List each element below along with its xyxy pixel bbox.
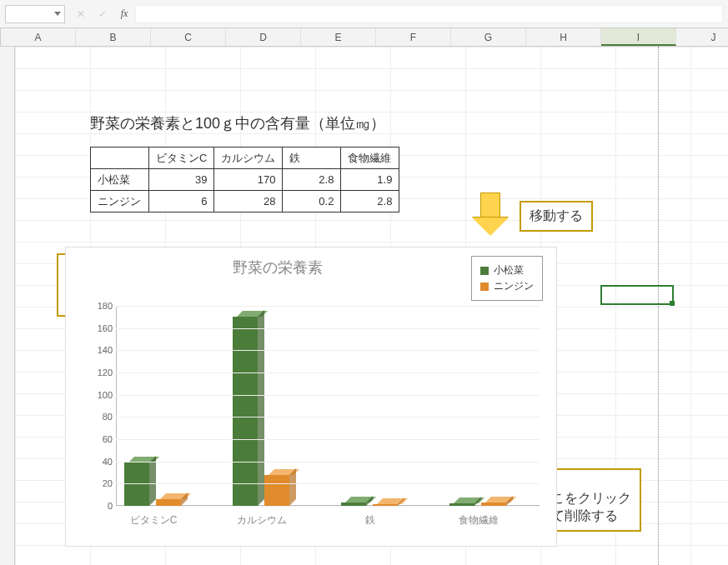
formula-bar: ✕ ✓ fx bbox=[0, 0, 728, 28]
y-gridline bbox=[116, 328, 540, 329]
chart-y-axis: 020406080100120140160180 bbox=[83, 306, 113, 506]
cell[interactable]: 39 bbox=[149, 169, 214, 191]
col-D[interactable]: D bbox=[226, 28, 301, 46]
legend-item: 小松菜 bbox=[480, 263, 534, 278]
data-table[interactable]: ビタミンC カルシウム 鉄 食物繊維 小松菜 39 170 2.8 1.9 ニン… bbox=[90, 147, 399, 212]
x-tick-label: 食物繊維 bbox=[433, 513, 525, 528]
col-J[interactable]: J bbox=[676, 28, 728, 46]
table-header[interactable]: ビタミンC bbox=[149, 148, 214, 169]
table-header-blank[interactable] bbox=[91, 148, 149, 169]
row-label[interactable]: 小松菜 bbox=[91, 169, 149, 191]
y-gridline bbox=[116, 483, 540, 484]
cell[interactable]: 2.8 bbox=[341, 191, 399, 212]
y-gridline bbox=[116, 462, 540, 462]
legend-swatch-icon bbox=[480, 282, 489, 291]
x-tick-label: カルシウム bbox=[216, 513, 308, 528]
cell[interactable]: 170 bbox=[214, 169, 283, 191]
table-header[interactable]: カルシウム bbox=[214, 148, 283, 169]
active-cell[interactable] bbox=[600, 285, 674, 305]
table-row: ニンジン 6 28 0.2 2.8 bbox=[91, 191, 399, 212]
fill-handle[interactable] bbox=[670, 301, 675, 306]
cell[interactable]: 2.8 bbox=[283, 169, 341, 191]
chart-title[interactable]: 野菜の栄養素 bbox=[233, 258, 323, 278]
y-gridline bbox=[116, 306, 540, 307]
y-gridline bbox=[116, 506, 540, 507]
table-row: 小松菜 39 170 2.8 1.9 bbox=[91, 169, 399, 191]
chart-bar[interactable] bbox=[156, 499, 181, 506]
x-tick-label: 鉄 bbox=[324, 513, 416, 528]
cancel-icon[interactable]: ✕ bbox=[70, 5, 92, 23]
legend-label: ニンジン bbox=[494, 279, 534, 293]
y-gridline bbox=[116, 372, 540, 373]
table-header-row: ビタミンC カルシウム 鉄 食物繊維 bbox=[91, 148, 399, 169]
cell[interactable]: 28 bbox=[214, 191, 283, 212]
y-tick: 80 bbox=[103, 412, 113, 422]
y-tick: 40 bbox=[103, 457, 113, 467]
fx-icon[interactable]: fx bbox=[113, 5, 135, 23]
chevron-down-icon[interactable] bbox=[54, 12, 61, 16]
page-title: 野菜の栄養素と100ｇ中の含有量（単位㎎） bbox=[90, 113, 385, 133]
y-tick: 140 bbox=[98, 345, 113, 355]
row-label[interactable]: ニンジン bbox=[91, 191, 149, 212]
col-G[interactable]: G bbox=[451, 28, 526, 46]
y-gridline bbox=[116, 439, 540, 440]
chart-bar[interactable] bbox=[264, 475, 289, 506]
row-headers[interactable] bbox=[0, 47, 15, 565]
col-A[interactable]: A bbox=[1, 28, 76, 46]
y-gridline bbox=[116, 395, 540, 396]
y-tick: 0 bbox=[108, 501, 113, 511]
y-tick: 160 bbox=[98, 323, 113, 333]
x-tick-label: ビタミンC bbox=[108, 513, 199, 528]
name-box[interactable] bbox=[5, 5, 65, 23]
table-header[interactable]: 食物繊維 bbox=[341, 148, 399, 169]
chart-bars bbox=[116, 306, 540, 506]
legend-item: ニンジン bbox=[480, 279, 534, 293]
legend-label: 小松菜 bbox=[494, 263, 524, 278]
chart-bar[interactable] bbox=[233, 317, 258, 506]
y-gridline bbox=[116, 350, 540, 351]
chart-legend[interactable]: 小松菜 ニンジン bbox=[471, 256, 543, 301]
col-C[interactable]: C bbox=[151, 28, 226, 46]
chart-plot-area[interactable]: 020406080100120140160180 ビタミンCカルシウム鉄食物繊維 bbox=[116, 306, 540, 506]
y-tick: 20 bbox=[103, 478, 113, 488]
y-tick: 120 bbox=[98, 368, 113, 378]
col-F[interactable]: F bbox=[376, 28, 451, 46]
y-gridline bbox=[116, 417, 540, 418]
cell[interactable]: 0.2 bbox=[283, 191, 341, 212]
col-B[interactable]: B bbox=[76, 28, 151, 46]
check-icon[interactable]: ✓ bbox=[92, 5, 113, 23]
legend-swatch-icon bbox=[480, 267, 489, 275]
formula-input[interactable] bbox=[135, 5, 723, 23]
y-tick: 100 bbox=[98, 390, 113, 400]
col-H[interactable]: H bbox=[526, 28, 601, 46]
cell[interactable]: 1.9 bbox=[341, 169, 399, 191]
cell[interactable]: 6 bbox=[149, 191, 214, 212]
chart[interactable]: 野菜の栄養素 小松菜 ニンジン 020406080100120140160180… bbox=[65, 247, 557, 547]
y-tick: 60 bbox=[103, 434, 113, 444]
callout-move: 移動する bbox=[520, 201, 593, 232]
col-I[interactable]: I bbox=[601, 28, 676, 46]
worksheet-grid[interactable]: 野菜の栄養素と100ｇ中の含有量（単位㎎） ビタミンC カルシウム 鉄 食物繊維… bbox=[0, 47, 728, 565]
y-tick: 180 bbox=[98, 301, 113, 311]
table-header[interactable]: 鉄 bbox=[283, 148, 341, 169]
column-headers: A B C D E F G H I J bbox=[0, 28, 728, 47]
col-E[interactable]: E bbox=[301, 28, 376, 46]
